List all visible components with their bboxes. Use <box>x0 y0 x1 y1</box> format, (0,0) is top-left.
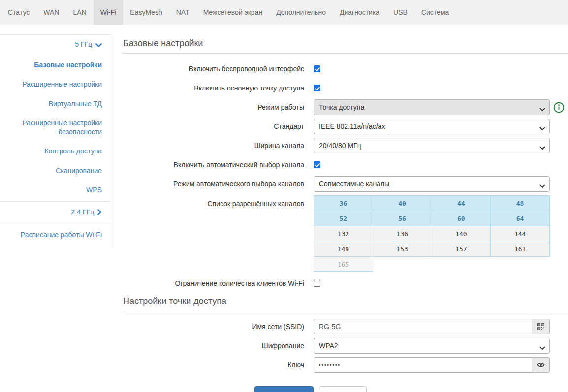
form-row-auto-channel-mode: Режим автоматического выбора каналов Сов… <box>123 176 568 192</box>
tab-easymesh[interactable]: EasyMesh <box>123 0 169 25</box>
tab-diagnostics[interactable]: Диагностика <box>333 0 386 25</box>
sidebar-item-basic-settings[interactable]: Базовые настройки <box>0 56 111 75</box>
channel-grid-row: 132 136 140 144 <box>314 226 550 241</box>
wireless-enable-checkbox[interactable] <box>314 65 320 72</box>
show-password-button[interactable] <box>532 357 550 373</box>
channel-cell-40[interactable]: 40 <box>373 196 432 211</box>
tab-system[interactable]: Система <box>414 0 456 25</box>
chevron-right-icon <box>97 209 102 217</box>
check-icon <box>314 66 321 73</box>
client-limit-checkbox[interactable] <box>314 280 320 287</box>
tab-lan[interactable]: LAN <box>66 0 93 25</box>
channel-grid-row: 165 <box>314 257 550 272</box>
wifi-sidebar: 5 ГГц Базовые настройки Расширенные наст… <box>0 34 111 247</box>
label-standard: Стандарт <box>123 122 304 131</box>
channel-grid: 36 40 44 48 52 56 60 64 132 136 140 <box>314 195 550 272</box>
channel-grid-row: 149 153 157 161 <box>314 241 550 257</box>
label-channel-list: Список разрешённых каналов <box>123 195 304 208</box>
label-ap-enable: Включить основную точку доступа <box>123 84 304 92</box>
channel-cell-48[interactable]: 48 <box>491 196 550 211</box>
auto-channel-mode-select[interactable]: Совместимые каналы <box>314 176 550 192</box>
section-title-ap: Настройки точки доступа <box>123 296 568 311</box>
bandwidth-select[interactable]: 20/40/80 МГц <box>314 138 550 153</box>
channel-cell-161[interactable]: 161 <box>491 241 550 257</box>
channel-grid-row: 36 40 44 48 <box>314 196 550 211</box>
channel-cell-157[interactable]: 157 <box>432 241 491 257</box>
cancel-button-label: Отмена <box>335 391 359 392</box>
sidebar-item-scanning[interactable]: Сканирование <box>0 161 111 181</box>
label-key: Ключ <box>123 361 304 369</box>
form-row-encryption: Шифрование WPA2 <box>123 338 568 354</box>
info-icon[interactable] <box>553 102 565 113</box>
cancel-button[interactable]: Отмена <box>319 386 366 392</box>
label-bandwidth: Ширина канала <box>123 142 304 150</box>
label-auto-channel: Включить автоматический выбор канала <box>123 161 304 169</box>
apply-button-label: Применить <box>271 391 307 392</box>
sidebar-group-5ghz[interactable]: 5 ГГц <box>0 35 111 56</box>
sidebar-item-virtual-aps[interactable]: Виртуальные ТД <box>0 94 111 114</box>
form-row-channel-list: Список разрешённых каналов 36 40 44 48 5… <box>123 195 568 272</box>
encryption-select[interactable]: WPA2 <box>314 338 550 354</box>
auto-channel-checkbox[interactable] <box>314 161 320 168</box>
sidebar-item-wifi-schedule[interactable]: Расписание работы Wi-Fi <box>0 225 111 245</box>
check-icon <box>314 85 321 92</box>
ap-enable-checkbox[interactable] <box>314 85 320 91</box>
channel-cell-56[interactable]: 56 <box>373 211 432 226</box>
qr-code-icon <box>537 323 544 330</box>
form-actions: Применить Отмена <box>254 386 568 392</box>
channel-cell-144[interactable]: 144 <box>491 226 550 241</box>
channel-grid-row: 52 56 60 64 <box>314 211 550 226</box>
form-row-client-limit: Ограничение количества клиентов Wi-Fi <box>123 275 568 291</box>
form-row-mode: Режим работы Точка доступа <box>123 99 568 115</box>
label-ssid: Имя сети (SSID) <box>123 323 304 331</box>
tab-advanced[interactable]: Дополнительно <box>269 0 333 25</box>
sidebar-item-advanced-security[interactable]: Расширенные настройки безопасности <box>0 114 111 142</box>
tab-wifi[interactable]: Wi-Fi <box>94 0 124 25</box>
sidebar-item-advanced-settings[interactable]: Расширенные настройки <box>0 75 111 94</box>
channel-cell-36[interactable]: 36 <box>314 196 373 211</box>
top-nav: Статус WAN LAN Wi-Fi EasyMesh NAT Межсет… <box>0 0 568 25</box>
chevron-down-icon <box>95 41 102 49</box>
tab-firewall[interactable]: Межсетевой экран <box>196 0 270 25</box>
form-row-bandwidth: Ширина канала 20/40/80 МГц <box>123 138 568 153</box>
sidebar-group-24ghz[interactable]: 2.4 ГГц <box>0 203 111 223</box>
label-auto-channel-mode: Режим автоматического выбора каналов <box>123 180 304 188</box>
form-row-key: Ключ <box>123 357 568 373</box>
sidebar-group-5ghz-label: 5 ГГц <box>75 40 92 48</box>
key-input[interactable] <box>314 357 532 373</box>
apply-button[interactable]: Применить <box>254 386 314 392</box>
channel-cell-52[interactable]: 52 <box>314 211 373 226</box>
tab-nat[interactable]: NAT <box>169 0 196 25</box>
channel-cell-136[interactable]: 136 <box>373 226 432 241</box>
channel-cell-64[interactable]: 64 <box>491 211 550 226</box>
eye-icon <box>537 362 545 368</box>
section-title-basic: Базовые настройки <box>123 38 568 54</box>
form-row-ssid: Имя сети (SSID) <box>123 319 568 334</box>
tab-status[interactable]: Статус <box>1 0 36 25</box>
tab-wan[interactable]: WAN <box>36 0 66 25</box>
sidebar-divider <box>0 224 111 224</box>
main-content: Базовые настройки Включить беспроводной … <box>111 25 568 392</box>
channel-cell-60[interactable]: 60 <box>432 211 491 226</box>
channel-cell-140[interactable]: 140 <box>432 226 491 241</box>
label-client-limit: Ограничение количества клиентов Wi-Fi <box>123 279 304 288</box>
label-encryption: Шифрование <box>123 342 304 350</box>
qr-code-button[interactable] <box>532 319 550 334</box>
form-row-auto-channel: Включить автоматический выбор канала <box>123 157 568 173</box>
sidebar-item-access-control[interactable]: Контроль доступа <box>0 142 111 161</box>
channel-cell-149[interactable]: 149 <box>314 241 373 257</box>
channel-cell-132[interactable]: 132 <box>314 226 373 241</box>
form-row-ap-enable: Включить основную точку доступа <box>123 80 568 96</box>
standard-select[interactable]: IEEE 802.11a/n/ac/ax <box>314 119 550 134</box>
form-row-wireless-enable: Включить беспроводной интерфейс <box>123 61 568 77</box>
channel-cell-165: 165 <box>314 257 373 272</box>
sidebar-item-wps[interactable]: WPS <box>0 181 111 200</box>
tab-usb[interactable]: USB <box>386 0 414 25</box>
sidebar-group-24ghz-label: 2.4 ГГц <box>71 208 94 216</box>
form-row-standard: Стандарт IEEE 802.11a/n/ac/ax <box>123 119 568 134</box>
channel-cell-153[interactable]: 153 <box>373 241 432 257</box>
channel-cell-44[interactable]: 44 <box>432 196 491 211</box>
check-icon <box>314 162 321 169</box>
mode-select[interactable]: Точка доступа <box>314 99 550 115</box>
ssid-input[interactable] <box>314 319 532 334</box>
